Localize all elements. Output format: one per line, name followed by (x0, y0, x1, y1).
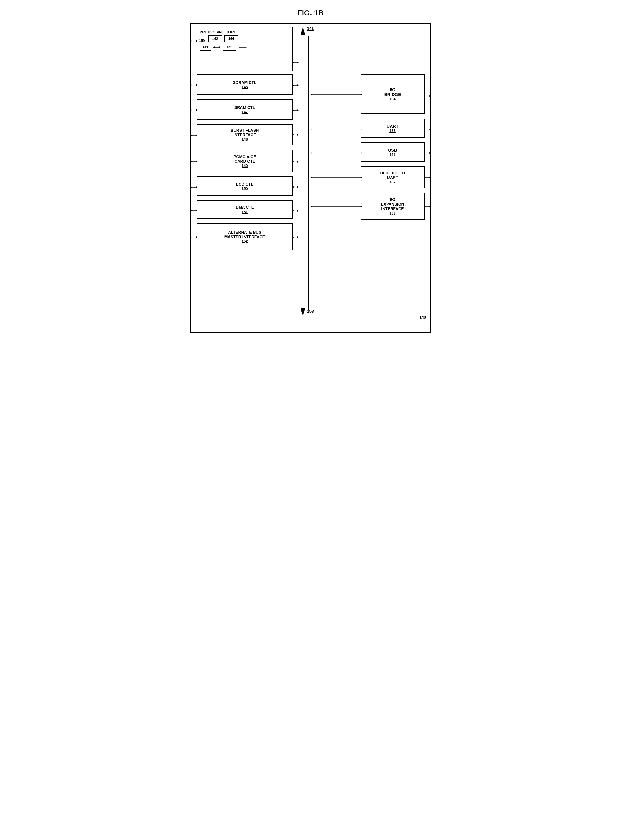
block-144: 144 (224, 35, 238, 42)
bluetooth-block: BLUETOOTH UART 157 (360, 166, 425, 189)
ref-153: 153 (307, 309, 314, 314)
svg-marker-38 (293, 85, 294, 86)
arrow-left-sdram (191, 83, 197, 87)
block-143: 143 (200, 44, 211, 51)
svg-marker-70 (361, 152, 362, 154)
burst-label: BURST FLASH INTERFACE (231, 128, 259, 137)
sram-label: SRAM CTL (235, 105, 255, 110)
conn-bus-uart (311, 127, 362, 131)
altbus-label: ALTERNATE BUS MASTER INTERFACE (224, 230, 265, 239)
arrow-left-proc (191, 39, 197, 43)
block-159-label: 159 143 (200, 44, 211, 51)
arrow-left-lcd (191, 185, 197, 189)
lcd-ref: 150 (242, 186, 248, 191)
outer-ref-label: 140 (419, 315, 426, 320)
uart-ref: 155 (389, 128, 396, 133)
svg-marker-16 (191, 134, 192, 136)
svg-marker-22 (191, 186, 192, 188)
usb-ref: 156 (389, 153, 396, 157)
arrow-right-io (424, 94, 430, 98)
burst-ref: 148 (242, 137, 248, 142)
lcd-block: LCD CTL 150 (197, 177, 293, 196)
svg-marker-15 (196, 134, 197, 136)
io-bridge-label: I/O BRIDGE (384, 87, 401, 97)
svg-marker-65 (311, 128, 312, 130)
block-142: 142 (208, 35, 222, 42)
proc-core-label: PROCESSING CORE (200, 30, 290, 34)
bluetooth-label: BLUETOOTH UART (380, 171, 405, 180)
svg-marker-28 (191, 236, 192, 238)
svg-marker-7 (191, 40, 192, 42)
svg-marker-68 (424, 128, 425, 130)
svg-marker-79 (429, 177, 430, 178)
sdram-ref: 146 (242, 85, 248, 89)
arrow-right-uart (424, 127, 430, 131)
svg-marker-82 (361, 205, 362, 207)
conn-proc-bus (293, 60, 298, 65)
bluetooth-ref: 157 (389, 180, 396, 184)
sdram-label: SDRAM CTL (233, 80, 256, 85)
svg-marker-71 (311, 152, 312, 154)
svg-marker-50 (293, 186, 294, 188)
svg-marker-85 (429, 205, 430, 207)
svg-marker-77 (311, 177, 312, 178)
sdram-block: SDRAM CTL 146 (197, 74, 293, 95)
conn-dma-bus (293, 209, 298, 213)
sram-ref: 147 (242, 110, 248, 114)
lcd-label: LCD CTL (236, 182, 253, 186)
svg-marker-53 (293, 210, 294, 212)
svg-marker-13 (191, 109, 192, 111)
svg-marker-44 (293, 134, 294, 136)
svg-marker-43 (297, 134, 298, 136)
proc-core-block: PROCESSING CORE 142 144 159 143 145 (197, 27, 293, 71)
altbus-block: ALTERNATE BUS MASTER INTERFACE 152 (197, 223, 293, 250)
uart-block: UART 155 (360, 119, 425, 138)
svg-marker-62 (424, 95, 425, 97)
svg-marker-58 (361, 94, 362, 95)
arrow-right-bt (424, 175, 430, 179)
svg-marker-32 (301, 308, 305, 316)
conn-burst-bus (293, 133, 298, 137)
svg-marker-59 (311, 94, 312, 95)
pcmcia-block: PCMCIA/CF CARD CTL 149 (197, 150, 293, 172)
svg-marker-4 (245, 47, 247, 48)
figure-title: FIG. 1B (297, 9, 324, 18)
svg-marker-35 (293, 62, 294, 63)
svg-marker-1 (219, 47, 220, 48)
io-bridge-ref: 154 (389, 97, 396, 101)
svg-marker-37 (297, 85, 298, 86)
diagram-container: PROCESSING CORE 142 144 159 143 145 (190, 23, 431, 332)
conn-bus-bt (311, 175, 362, 179)
svg-marker-74 (424, 152, 425, 154)
io-expansion-block: I/O EXPANSION INTERFACE 158 (360, 193, 425, 220)
svg-marker-2 (214, 47, 215, 48)
svg-marker-40 (297, 109, 298, 111)
ref-141: 141 (307, 26, 314, 31)
usb-label: USB (388, 148, 397, 153)
dma-label: DMA CTL (236, 205, 254, 210)
svg-marker-83 (311, 205, 312, 207)
svg-marker-12 (196, 109, 197, 111)
conn-altbus-bus (293, 235, 298, 239)
svg-marker-52 (297, 210, 298, 212)
dma-ref: 151 (242, 210, 248, 214)
dma-block: DMA CTL 151 (197, 200, 293, 219)
io-bridge-block: I/O BRIDGE 154 (360, 74, 425, 114)
svg-marker-61 (429, 95, 430, 97)
svg-marker-10 (191, 84, 192, 86)
svg-marker-21 (196, 186, 197, 188)
arrow-left-sram (191, 108, 197, 112)
block-145: 145 (223, 44, 236, 51)
conn-bus-ioexp (311, 204, 362, 208)
svg-marker-25 (191, 210, 192, 212)
conn-sdram-bus (293, 83, 298, 88)
svg-marker-46 (297, 161, 298, 163)
usb-block: USB 156 (360, 142, 425, 162)
io-expansion-ref: 158 (389, 211, 396, 215)
svg-marker-41 (293, 109, 294, 111)
svg-marker-49 (297, 186, 298, 188)
conn-bus-usb (311, 151, 362, 155)
inner-arrow-143-145 (214, 45, 220, 49)
arrow-right-usb (424, 151, 430, 155)
svg-marker-19 (191, 161, 192, 162)
